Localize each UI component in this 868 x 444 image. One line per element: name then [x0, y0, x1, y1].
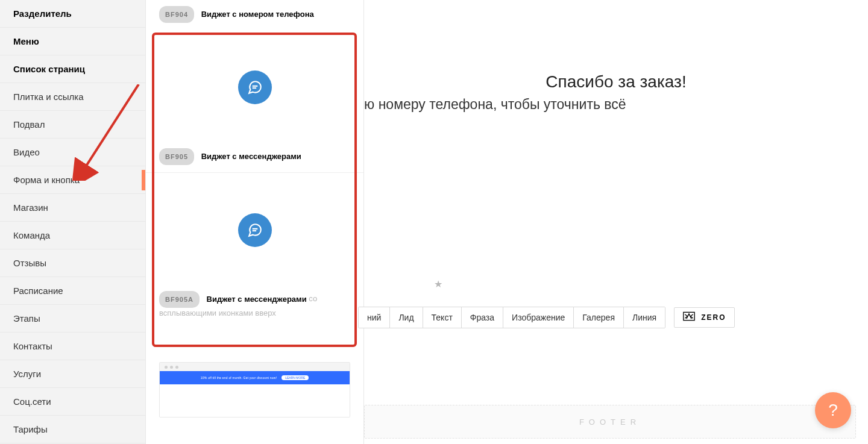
footer-placeholder[interactable]: FOOTER: [364, 405, 856, 439]
sidebar-item-label: Форма и кнопка: [13, 175, 80, 185]
footer-label: FOOTER: [579, 417, 641, 427]
tool-label: Фраза: [470, 313, 494, 322]
sidebar-item-footer[interactable]: Подвал: [0, 111, 145, 139]
widget-code-badge: BF905A: [159, 291, 200, 308]
help-button[interactable]: ?: [815, 392, 851, 428]
sidebar-item-label: Видео: [13, 147, 40, 157]
sidebar-item-label: Контакты: [13, 341, 52, 351]
chat-icon: [238, 70, 272, 104]
sidebar-item-label: Тарифы: [13, 424, 48, 434]
tool-btn-gallery[interactable]: Галерея: [574, 307, 624, 328]
tool-label: ний: [367, 313, 381, 322]
widget-preview: [146, 173, 363, 287]
sidebar-item-form-button[interactable]: Форма и кнопка: [0, 166, 145, 194]
zero-label: ZERO: [701, 313, 726, 322]
help-icon: ?: [828, 401, 838, 420]
sidebar-item-label: Услуги: [13, 369, 41, 379]
tool-group: ний Лид Текст Фраза Изображение Галерея …: [358, 307, 665, 328]
sidebar-item-services[interactable]: Услуги: [0, 360, 145, 388]
banner-button: LEARN MORE: [281, 375, 309, 380]
widget-banner-card[interactable]: 10% off till the end of month. Get your …: [159, 362, 350, 417]
sidebar-item-team[interactable]: Команда: [0, 222, 145, 249]
sidebar-item-social[interactable]: Соц.сети: [0, 388, 145, 416]
sidebar-item-pagelist[interactable]: Список страниц: [0, 55, 145, 83]
sidebar-item-pricing[interactable]: Тарифы: [0, 416, 145, 443]
sidebar-item-divider[interactable]: Разделитель: [0, 0, 145, 28]
sidebar-item-schedule[interactable]: Расписание: [0, 277, 145, 305]
banner-text: 10% off till the end of month. Get your …: [201, 376, 277, 380]
sidebar-item-label: Плитка и ссылка: [13, 92, 84, 102]
sidebar-item-menu[interactable]: Меню: [0, 28, 145, 55]
tool-label: Галерея: [582, 313, 615, 322]
sidebar-item-reviews[interactable]: Отзывы: [0, 249, 145, 277]
sidebar-item-contacts[interactable]: Контакты: [0, 333, 145, 360]
widget-bf905[interactable]: BF905 Виджет с мессенджерами: [146, 30, 363, 172]
widget-bf905a-meta: BF905A Виджет с мессенджерами со всплыва…: [146, 287, 363, 326]
page-title[interactable]: Спасибо за заказ!: [546, 72, 686, 92]
sidebar-item-label: Подвал: [13, 119, 45, 130]
sidebar-item-stages[interactable]: Этапы: [0, 305, 145, 333]
banner-bar: 10% off till the end of month. Get your …: [160, 371, 350, 384]
widget-title: Виджет с мессенджерами: [201, 152, 301, 161]
widget-code-badge: BF904: [159, 6, 194, 23]
block-toolbar: ний Лид Текст Фраза Изображение Галерея …: [358, 307, 735, 328]
widget-bf905-meta: BF905 Виджет с мессенджерами: [146, 145, 363, 172]
zero-block-button[interactable]: ZERO: [674, 307, 735, 328]
category-sidebar: Разделитель Меню Список страниц Плитка и…: [0, 0, 146, 444]
widget-bf904-meta[interactable]: BF904 Виджет с номером телефона: [146, 0, 363, 30]
sidebar-item-label: Расписание: [13, 286, 63, 296]
zero-icon: [683, 311, 695, 324]
sidebar-item-label: Разделитель: [13, 8, 72, 19]
favorite-star-icon[interactable]: ★: [434, 278, 442, 290]
sidebar-item-shop[interactable]: Магазин: [0, 194, 145, 222]
sidebar-item-label: Список страниц: [13, 64, 85, 74]
tool-label: Линия: [632, 313, 656, 322]
tool-label: Изображение: [512, 313, 565, 322]
sidebar-item-label: Команда: [13, 230, 50, 240]
tool-btn-image[interactable]: Изображение: [503, 307, 574, 328]
window-dots-icon: [160, 363, 350, 371]
sidebar-item-label: Этапы: [13, 313, 40, 324]
widget-preview: [146, 30, 363, 145]
chat-icon: [238, 213, 272, 247]
tool-btn-phrase[interactable]: Фраза: [462, 307, 503, 328]
sidebar-item-label: Отзывы: [13, 258, 46, 268]
page-subtitle[interactable]: ю номеру телефона, чтобы уточнить всё: [364, 96, 626, 113]
tool-label: Лид: [398, 313, 414, 322]
tool-btn-line[interactable]: Линия: [624, 307, 665, 328]
sidebar-item-tile-link[interactable]: Плитка и ссылка: [0, 83, 145, 111]
widget-bf905a[interactable]: BF905A Виджет с мессенджерами со всплыва…: [146, 173, 363, 326]
tool-btn-partial[interactable]: ний: [359, 307, 390, 328]
tool-btn-text[interactable]: Текст: [423, 307, 462, 328]
tool-btn-lead[interactable]: Лид: [390, 307, 423, 328]
widget-title: Виджет с номером телефона: [201, 10, 314, 19]
sidebar-item-label: Меню: [13, 36, 39, 46]
tool-label: Текст: [432, 313, 453, 322]
widget-panel: BF904 Виджет с номером телефона BF905 Ви…: [146, 0, 364, 444]
sidebar-item-label: Соц.сети: [13, 396, 51, 407]
widget-code-badge: BF905: [159, 148, 194, 165]
page-canvas: Спасибо за заказ! ю номеру телефона, что…: [364, 0, 868, 444]
sidebar-item-video[interactable]: Видео: [0, 139, 145, 166]
sidebar-item-label: Магазин: [13, 202, 48, 213]
widget-title: Виджет с мессенджерами: [207, 295, 307, 304]
